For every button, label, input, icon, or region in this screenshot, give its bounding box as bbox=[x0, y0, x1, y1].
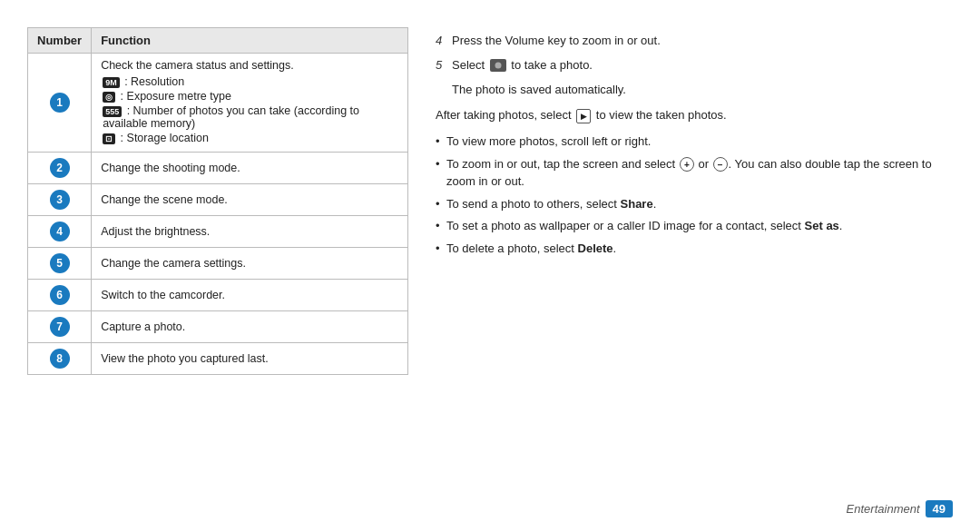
table-row: 6 Switch to the camcorder. bbox=[28, 280, 408, 311]
table-row: 1 Check the camera status and settings. … bbox=[28, 54, 408, 153]
bullet-photos-count: 555 : Number of photos you can take (acc… bbox=[101, 104, 398, 130]
storage-icon: ⊡ bbox=[103, 133, 115, 144]
col-header-function: Function bbox=[92, 28, 408, 54]
photos-count-icon: 555 bbox=[103, 106, 122, 117]
row-5-function: Change the camera settings. bbox=[92, 248, 408, 280]
zoom-in-icon: + bbox=[680, 157, 694, 172]
row-6-num: 6 bbox=[28, 280, 92, 311]
circle-badge-3: 3 bbox=[50, 190, 70, 210]
bullet-3: To send a photo to others, select Share. bbox=[436, 195, 953, 213]
step-4: 4 Press the Volume key to zoom in or out… bbox=[436, 32, 953, 51]
circle-badge-4: 4 bbox=[50, 222, 70, 241]
row-8-function: View the photo you captured last. bbox=[92, 343, 408, 375]
step-5-continuation: The photo is saved automatically. bbox=[436, 81, 953, 100]
photos-count-label: : Number of photos you can take (accordi… bbox=[103, 104, 359, 130]
row-1-num: 1 bbox=[28, 54, 92, 153]
circle-badge-1: 1 bbox=[50, 93, 70, 113]
row-4-function: Adjust the brightness. bbox=[92, 216, 408, 248]
col-header-number: Number bbox=[28, 28, 92, 54]
bullet-points: To view more photos, scroll left or righ… bbox=[436, 133, 953, 257]
after-text-after: to view the taken photos. bbox=[596, 108, 727, 122]
saved-text: The photo is saved automatically. bbox=[452, 81, 953, 100]
table-row: 8 View the photo you captured last. bbox=[28, 343, 408, 375]
after-taking-text: After taking photos, select ▶ to view th… bbox=[436, 106, 953, 125]
bullet-4: To set a photo as wallpaper or a caller … bbox=[436, 217, 953, 235]
footer-label: Entertainment bbox=[847, 502, 920, 516]
step-4-num: 4 bbox=[436, 32, 448, 51]
row-7-num: 7 bbox=[28, 311, 92, 343]
footer-page-number: 49 bbox=[926, 500, 953, 517]
table-row: 3 Change the scene mode. bbox=[28, 184, 408, 216]
exposure-label: : Exposure metre type bbox=[121, 90, 231, 103]
bullet-resolution: 9M : Resolution bbox=[101, 75, 398, 88]
resolution-icon: 9M bbox=[103, 77, 120, 88]
table-row: 4 Adjust the brightness. bbox=[28, 216, 408, 248]
right-arrow-icon: ▶ bbox=[576, 109, 591, 123]
camera-icon bbox=[490, 59, 506, 72]
exposure-icon: ◎ bbox=[103, 92, 115, 103]
row-3-num: 3 bbox=[28, 184, 92, 216]
row-1-function: Check the camera status and settings. 9M… bbox=[92, 54, 408, 153]
row-5-num: 5 bbox=[28, 248, 92, 280]
step-5: 5 Select to take a photo. bbox=[436, 56, 953, 75]
circle-badge-6: 6 bbox=[50, 285, 70, 305]
row-6-function: Switch to the camcorder. bbox=[92, 280, 408, 311]
bullet-exposure: ◎ : Exposure metre type bbox=[101, 90, 398, 103]
row-4-num: 4 bbox=[28, 216, 92, 248]
zoom-out-icon: − bbox=[713, 157, 728, 172]
left-column: Number Function 1 Check the camera statu… bbox=[27, 27, 408, 514]
bullet-storage: ⊡ : Storage location bbox=[101, 132, 398, 144]
bullet-5: To delete a photo, select Delete. bbox=[436, 240, 953, 258]
camera-functions-table: Number Function 1 Check the camera statu… bbox=[27, 27, 408, 375]
step-5-text: Select to take a photo. bbox=[452, 56, 953, 75]
storage-label: : Storage location bbox=[121, 132, 209, 144]
bullet-2: To zoom in or out, tap the screen and se… bbox=[436, 155, 953, 191]
row-2-num: 2 bbox=[28, 153, 92, 184]
resolution-label: : Resolution bbox=[124, 75, 184, 88]
table-row: 2 Change the shooting mode. bbox=[28, 153, 408, 184]
row-1-bullets: 9M : Resolution ◎ : Exposure metre type … bbox=[101, 75, 398, 144]
bullet-1: To view more photos, scroll left or righ… bbox=[436, 133, 953, 151]
row-7-function: Capture a photo. bbox=[92, 311, 408, 343]
row-3-function: Change the scene mode. bbox=[92, 184, 408, 216]
step-5-num: 5 bbox=[436, 56, 448, 75]
circle-badge-8: 8 bbox=[50, 349, 70, 369]
footer: Entertainment 49 bbox=[847, 500, 953, 517]
row-2-function: Change the shooting mode. bbox=[92, 153, 408, 184]
row-8-num: 8 bbox=[28, 343, 92, 375]
circle-badge-2: 2 bbox=[50, 158, 70, 178]
table-row: 7 Capture a photo. bbox=[28, 311, 408, 343]
right-column: 4 Press the Volume key to zoom in or out… bbox=[436, 27, 953, 514]
step-4-text: Press the Volume key to zoom in or out. bbox=[452, 32, 953, 51]
after-text-before: After taking photos, select bbox=[436, 108, 572, 122]
table-row: 5 Change the camera settings. bbox=[28, 248, 408, 280]
circle-badge-5: 5 bbox=[50, 253, 70, 273]
row-1-main-text: Check the camera status and settings. bbox=[101, 59, 294, 72]
circle-badge-7: 7 bbox=[50, 317, 70, 337]
